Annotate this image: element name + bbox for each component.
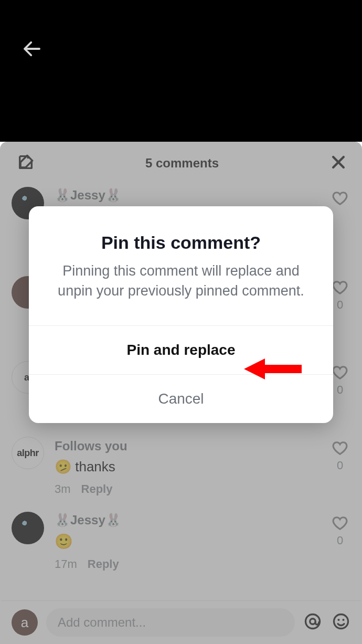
video-area (0, 0, 362, 142)
back-button[interactable] (21, 38, 43, 62)
dialog-body: Pinning this comment will replace and un… (29, 261, 333, 325)
pin-and-replace-button[interactable]: Pin and replace (29, 325, 333, 374)
dialog-title: Pin this comment? (29, 206, 333, 261)
cancel-button[interactable]: Cancel (29, 374, 333, 423)
arrow-left-icon (21, 38, 43, 60)
pin-confirm-dialog: Pin this comment? Pinning this comment w… (29, 206, 333, 423)
